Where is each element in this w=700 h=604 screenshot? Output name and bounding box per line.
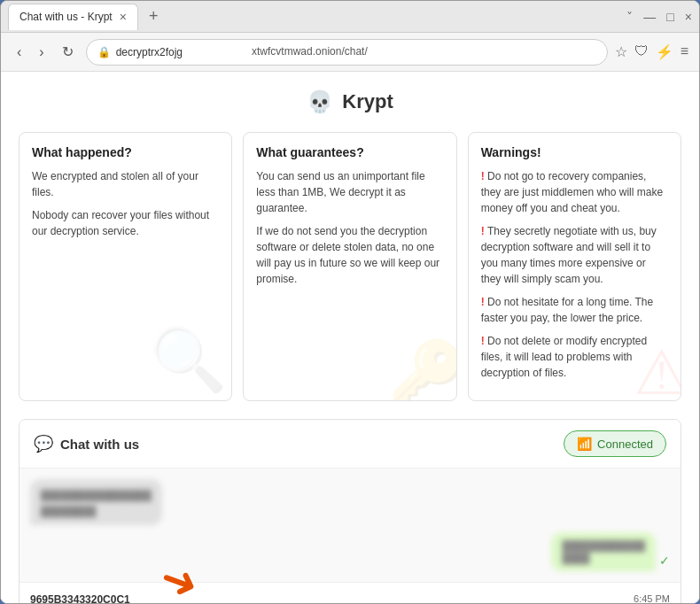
page-content: 💀 Krypt What happened? We encrypted and …	[1, 72, 699, 603]
chat-message-section: 9695B3343320C0C1 6:45 PM The price for y…	[19, 582, 681, 603]
extensions-icon[interactable]: ⚡	[656, 43, 673, 60]
message-time: 6:45 PM	[634, 593, 670, 603]
what-happened-para-2: Nobody can recover your files without ou…	[32, 207, 219, 239]
lock-icon: 🔒	[97, 46, 111, 58]
nav-icons: ☆ 🛡 ⚡ ≡	[615, 43, 688, 60]
sent-message-blurred: ████████████████	[551, 532, 656, 571]
chat-lower: ➜ 9695B3343320C0C1 6:45 PM The price for…	[19, 582, 681, 603]
chat-title: 💬 Chat with us	[34, 434, 139, 453]
nav-bar: ‹ › ↻ 🔒 decryptrx2fojg xtwfcvtmwad.onion…	[1, 33, 699, 72]
what-happened-card: What happened? We encrypted and stolen a…	[19, 132, 232, 401]
window-controls: ˅ — □ ×	[626, 10, 692, 24]
maximize-button[interactable]: □	[666, 10, 673, 24]
warnings-card: Warnings! Do not go to recovery companie…	[468, 132, 681, 401]
what-guarantees-card: What guarantees? You can send us an unim…	[243, 132, 456, 401]
new-tab-button[interactable]: +	[142, 7, 166, 26]
message-id: 9695B3343320C0C1	[30, 593, 130, 603]
back-button[interactable]: ‹	[12, 41, 27, 64]
key-watermark-icon: 🔑	[388, 337, 457, 401]
address-bar[interactable]: 🔒 decryptrx2fojg xtwfcvtmwad.onion/chat/	[86, 39, 608, 66]
browser-tab[interactable]: Chat with us - Krypt ×	[8, 4, 138, 30]
chat-body: ████████████████████████ ███████████████…	[19, 468, 681, 582]
tab-title: Chat with us - Krypt	[19, 11, 113, 23]
forward-button[interactable]: ›	[34, 41, 49, 64]
warning-4: Do not delete or modify encrypted files,…	[481, 333, 668, 381]
wifi-icon: 📶	[577, 437, 592, 451]
tab-close-button[interactable]: ×	[120, 10, 127, 24]
what-guarantees-para-2: If we do not send you the decryption sof…	[256, 223, 443, 287]
warning-1: Do not go to recovery companies, they ar…	[481, 168, 668, 216]
url-left: decryptrx2fojg	[116, 46, 183, 58]
message-header: 9695B3343320C0C1 6:45 PM	[30, 593, 670, 603]
warning-3: Do not hesitate for a long time. The fas…	[481, 294, 668, 326]
chevron-down-icon: ˅	[626, 10, 633, 24]
chat-header: 💬 Chat with us 📶 Connected	[19, 420, 681, 468]
chat-title-text: Chat with us	[60, 437, 139, 452]
what-guarantees-para-1: You can send us an unimportant file less…	[256, 168, 443, 216]
title-bar: Chat with us - Krypt × + ˅ — □ ×	[1, 1, 699, 33]
menu-icon[interactable]: ≡	[681, 43, 688, 60]
page-title: Krypt	[342, 90, 393, 113]
received-message-blurred: ████████████████████████	[30, 479, 162, 525]
chat-icon: 💬	[34, 434, 53, 453]
received-blur-text: ████████████████████████	[41, 490, 152, 516]
warnings-title: Warnings!	[481, 145, 668, 159]
shield-icon: 🛡	[634, 43, 649, 60]
page-header: 💀 Krypt	[19, 89, 681, 114]
cards-row: What happened? We encrypted and stolen a…	[19, 132, 681, 401]
chat-section: 💬 Chat with us 📶 Connected █████████████…	[19, 419, 681, 603]
connected-badge: 📶 Connected	[564, 430, 666, 457]
message-checkmark: ✓	[659, 554, 670, 571]
what-guarantees-title: What guarantees?	[256, 145, 443, 159]
what-happened-title: What happened?	[32, 145, 219, 159]
browser-window: Chat with us - Krypt × + ˅ — □ × ‹ › ↻ 🔒…	[0, 0, 700, 604]
warning-2: They secretly negotiate with us, buy dec…	[481, 223, 668, 287]
minimize-button[interactable]: —	[643, 10, 656, 24]
skull-icon: 💀	[307, 89, 333, 114]
connected-label: Connected	[597, 438, 653, 451]
what-happened-para-1: We encrypted and stolen all of your file…	[32, 168, 219, 200]
bookmark-icon[interactable]: ☆	[615, 43, 627, 60]
search-watermark-icon: 🔍	[150, 323, 227, 396]
url-right: xtwfcvtmwad.onion/chat/	[188, 44, 368, 59]
refresh-button[interactable]: ↻	[57, 40, 79, 64]
sent-message-area: ████████████████ ✓	[30, 532, 670, 571]
close-window-button[interactable]: ×	[685, 10, 692, 24]
